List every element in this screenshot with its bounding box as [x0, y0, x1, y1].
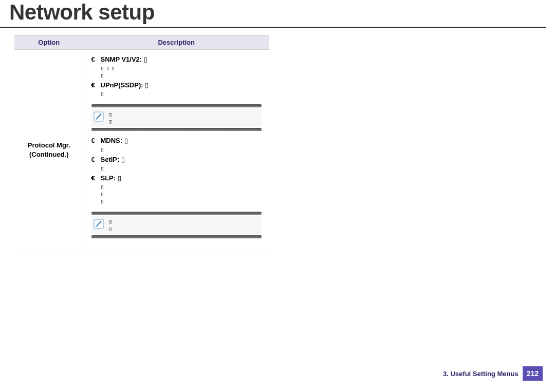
note-text-line: ▯ — [109, 218, 261, 225]
note-icon — [92, 218, 105, 230]
description-cell: SNMP V1/V2: ▯ ▯▯▯ ▯ UPnP(SSDP): ▯ ▯ — [84, 50, 269, 251]
page-title: Network setup — [0, 0, 546, 28]
item-trail: ▯ — [122, 137, 128, 144]
item-extra: ▯ — [101, 146, 262, 153]
item-extra: ▯ — [101, 197, 262, 204]
col-option-header: Option — [14, 35, 84, 50]
item-trail: ▯ — [119, 156, 125, 163]
bullet-list-2: MDNS: ▯ ▯ SetIP: ▯ ▯ SLP: ▯ ▯ ▯ ▯ — [91, 136, 262, 204]
note-divider-bottom — [91, 235, 262, 238]
option-label-line1: Protocol Mgr. — [28, 141, 70, 149]
item-trail: ▯ — [143, 81, 149, 89]
page-footer: 3. Useful Setting Menus 212 — [443, 366, 543, 381]
item-extra: ▯▯▯ — [101, 64, 262, 71]
note-box-1: ▯ ▯ — [91, 104, 262, 131]
note-box-2: ▯ ▯ — [91, 212, 262, 238]
item-trail: ▯ — [142, 55, 147, 63]
item-label-snmp: SNMP V1/V2: — [101, 55, 142, 63]
item-label-setip: SetIP: — [101, 156, 120, 163]
page-number: 212 — [523, 366, 543, 381]
note-text-line: ▯ — [109, 225, 261, 232]
item-extra: ▯ — [101, 183, 262, 190]
option-cell-protocol-mgr: Protocol Mgr. (Continued.) — [14, 50, 84, 251]
item-label-slp: SLP: — [101, 174, 116, 182]
option-label-line2: (Continued.) — [29, 151, 69, 158]
list-item: SNMP V1/V2: ▯ ▯▯▯ ▯ — [91, 55, 262, 79]
note-divider-top — [91, 212, 262, 215]
item-extra: ▯ — [101, 90, 262, 97]
note-divider-top — [91, 104, 262, 107]
settings-table: Option Description Protocol Mgr. (Contin… — [14, 35, 269, 251]
note-text-line: ▯ — [109, 118, 261, 125]
item-trail: ▯ — [116, 174, 121, 182]
item-label-mdns: MDNS: — [101, 137, 123, 144]
note-icon — [92, 110, 105, 123]
note-text-line: ▯ — [109, 110, 261, 118]
item-extra: ▯ — [101, 164, 262, 172]
col-description-header: Description — [84, 35, 269, 50]
list-item: SLP: ▯ ▯ ▯ ▯ — [91, 174, 262, 204]
item-extra: ▯ — [101, 190, 262, 197]
item-extra: ▯ — [101, 71, 262, 79]
list-item: MDNS: ▯ ▯ — [91, 136, 262, 153]
chapter-label: 3. Useful Setting Menus — [443, 370, 519, 378]
bullet-list-1: SNMP V1/V2: ▯ ▯▯▯ ▯ UPnP(SSDP): ▯ ▯ — [91, 55, 262, 97]
note-divider-bottom — [91, 128, 262, 131]
list-item: SetIP: ▯ ▯ — [91, 155, 262, 172]
item-label-upnp: UPnP(SSDP): — [101, 81, 143, 89]
list-item: UPnP(SSDP): ▯ ▯ — [91, 81, 262, 97]
